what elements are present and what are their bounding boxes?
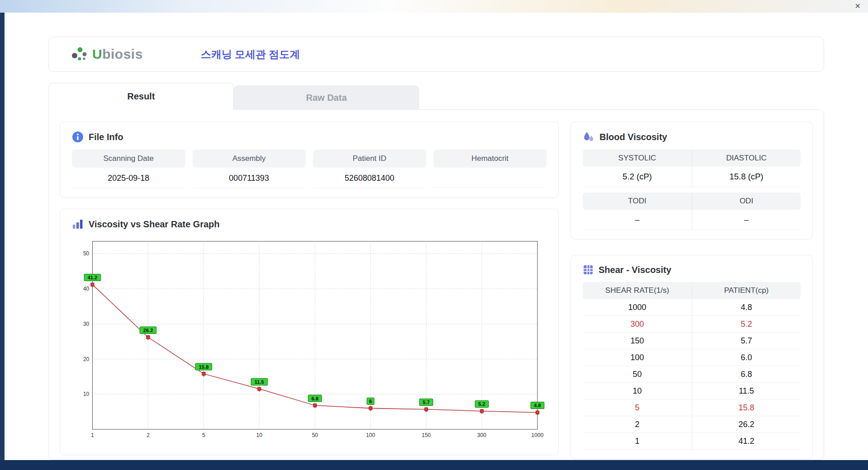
ubiosis-logo: Ubiosis: [71, 46, 143, 62]
table-row: 1000 4.8: [583, 299, 801, 316]
bv-header-row-1: SYSTOLIC DIASTOLIC: [583, 150, 801, 167]
field-label: Scanning Date: [72, 150, 185, 168]
table-row: 150 5.7: [583, 333, 801, 349]
sv-rate: 1000: [583, 299, 692, 315]
shear-viscosity-header: Shear - Viscosity: [583, 264, 801, 275]
svg-text:100: 100: [366, 432, 375, 438]
svg-text:50: 50: [312, 432, 318, 438]
field-scanning-date: Scanning Date 2025-09-18: [72, 150, 185, 188]
result-content: File Info Scanning Date 2025-09-18 Assem…: [48, 109, 824, 460]
field-value: 52608081400: [313, 168, 426, 188]
sv-rate: 150: [583, 333, 692, 349]
close-icon[interactable]: ✕: [855, 3, 861, 10]
svg-text:10: 10: [256, 432, 263, 438]
tab-raw-data[interactable]: Raw Data: [234, 85, 419, 110]
svg-text:10: 10: [83, 391, 90, 397]
sv-col-patient: PATIENT(cp): [692, 282, 801, 299]
sv-rate: 100: [583, 349, 692, 366]
field-label: Patient ID: [313, 150, 426, 168]
sv-value: 6.0: [692, 349, 801, 366]
file-info-panel: File Info Scanning Date 2025-09-18 Assem…: [60, 122, 559, 198]
bv-label-todi: TODI: [583, 193, 692, 210]
bv-value-todi: –: [583, 210, 692, 230]
blood-viscosity-panel: Blood Viscosity SYSTOLIC DIASTOLIC 5.2 (…: [571, 122, 813, 240]
sv-rate: 300: [583, 316, 692, 332]
table-row: 5 15.8: [583, 400, 801, 416]
table-row: 100 6.0: [583, 349, 801, 366]
table-grid-icon: [583, 264, 594, 275]
app-title: 스캐닝 모세관 점도계: [201, 47, 300, 61]
svg-text:41.2: 41.2: [88, 275, 98, 280]
field-value: 000711393: [193, 168, 306, 188]
field-patient-id: Patient ID 52608081400: [313, 150, 426, 188]
svg-text:5.2: 5.2: [478, 401, 485, 407]
file-info-title: File Info: [89, 132, 123, 142]
svg-text:4.8: 4.8: [534, 403, 541, 408]
sv-rate: 50: [583, 366, 692, 382]
left-column: File Info Scanning Date 2025-09-18 Assem…: [60, 122, 559, 455]
bv-value-row-2: – –: [583, 210, 801, 230]
logo-dots-icon: [71, 46, 88, 62]
svg-text:11.5: 11.5: [255, 379, 264, 385]
svg-text:6: 6: [369, 399, 372, 404]
svg-text:15.8: 15.8: [199, 364, 209, 370]
sv-value: 41.2: [692, 433, 801, 449]
bar-chart-icon: [72, 218, 84, 230]
sv-value: 15.8: [692, 400, 801, 416]
graph-title: Viscosity vs Shear Rate Graph: [89, 219, 220, 230]
field-hematocrit: Hematocrit: [434, 150, 547, 188]
right-column: Blood Viscosity SYSTOLIC DIASTOLIC 5.2 (…: [571, 122, 813, 455]
window-titlebar: ✕: [0, 0, 868, 13]
field-label: Assembly: [193, 150, 306, 168]
bv-value-systolic: 5.2 (cP): [583, 167, 692, 187]
bv-value-odi: –: [692, 210, 801, 230]
svg-text:1: 1: [91, 432, 94, 438]
field-value: [434, 168, 547, 188]
app-window: Ubiosis 스캐닝 모세관 점도계 Result Raw Data: [5, 13, 868, 460]
shear-viscosity-title: Shear - Viscosity: [599, 265, 671, 275]
logo-text: Ubiosis: [92, 47, 143, 62]
tab-result[interactable]: Result: [48, 83, 234, 110]
table-row: 1 41.2: [583, 433, 801, 450]
svg-text:30: 30: [83, 321, 90, 327]
bv-label-systolic: SYSTOLIC: [583, 150, 692, 167]
viscosity-graph-panel: Viscosity vs Shear Rate Graph 1020304050…: [60, 209, 559, 455]
file-info-fields: Scanning Date 2025-09-18 Assembly 000711…: [72, 150, 547, 188]
sv-value: 6.8: [692, 366, 801, 382]
svg-text:2: 2: [146, 432, 150, 438]
svg-text:50: 50: [83, 250, 90, 257]
viscosity-chart: 10203040501251050100150300100041.226.215…: [72, 239, 547, 445]
svg-text:5: 5: [202, 432, 205, 438]
droplets-icon: [583, 131, 594, 143]
table-row: 2 26.2: [583, 416, 801, 433]
svg-text:300: 300: [477, 432, 486, 438]
file-info-header: File Info: [72, 131, 547, 143]
svg-text:5.7: 5.7: [423, 400, 429, 405]
field-value: 2025-09-18: [72, 168, 185, 188]
graph-header: Viscosity vs Shear Rate Graph: [72, 218, 547, 230]
bv-header-row-2: TODI ODI: [583, 193, 801, 210]
bv-value-diastolic: 15.8 (cP): [692, 167, 801, 187]
sv-value: 4.8: [692, 299, 801, 315]
svg-text:40: 40: [83, 286, 90, 292]
bv-label-diastolic: DIASTOLIC: [692, 150, 801, 167]
svg-text:1000: 1000: [531, 432, 543, 438]
svg-text:26.2: 26.2: [143, 328, 153, 333]
bv-label-odi: ODI: [692, 193, 801, 210]
sv-rate: 2: [583, 416, 692, 432]
svg-text:6.8: 6.8: [311, 396, 318, 401]
table-row: 10 11.5: [583, 383, 801, 400]
table-row: 300 5.2: [583, 316, 801, 333]
info-icon: [72, 131, 84, 143]
sv-rate: 5: [583, 400, 692, 416]
header-card: Ubiosis 스캐닝 모세관 점도계: [48, 37, 824, 72]
blood-viscosity-title: Blood Viscosity: [599, 132, 667, 142]
sv-value: 11.5: [692, 383, 801, 399]
bv-value-row-1: 5.2 (cP) 15.8 (cP): [583, 167, 801, 187]
field-label: Hematocrit: [434, 150, 547, 168]
svg-text:20: 20: [83, 356, 90, 362]
svg-text:150: 150: [422, 432, 431, 438]
tab-bar: Result Raw Data: [48, 83, 824, 110]
sv-value: 5.2: [692, 316, 801, 332]
sv-col-shear-rate: SHEAR RATE(1/s): [583, 282, 692, 299]
